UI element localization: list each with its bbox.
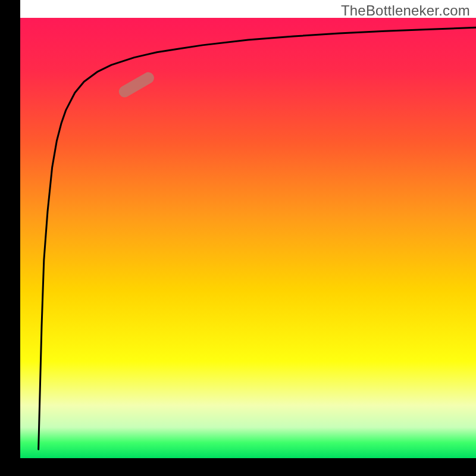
chart-container: TheBottleneker.com	[0, 0, 476, 476]
y-axis	[0, 0, 20, 476]
watermark-text: TheBottleneker.com	[341, 2, 470, 19]
plot-background	[20, 18, 476, 458]
bottleneck-chart	[0, 0, 476, 476]
x-axis	[0, 458, 476, 476]
